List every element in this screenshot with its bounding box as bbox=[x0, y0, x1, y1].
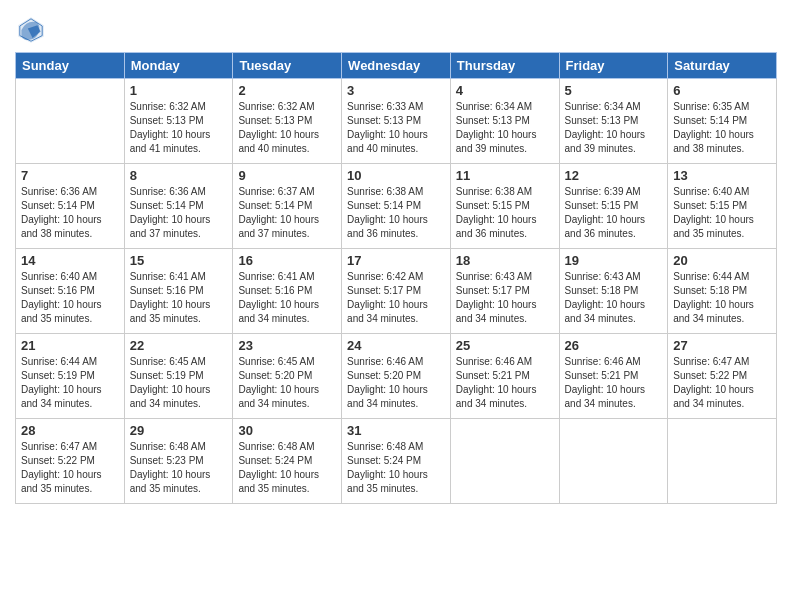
day-number: 7 bbox=[21, 168, 119, 183]
day-info: Sunrise: 6:44 AM Sunset: 5:18 PM Dayligh… bbox=[673, 270, 771, 326]
day-cell: 24Sunrise: 6:46 AM Sunset: 5:20 PM Dayli… bbox=[342, 334, 451, 419]
day-number: 19 bbox=[565, 253, 663, 268]
day-cell: 21Sunrise: 6:44 AM Sunset: 5:19 PM Dayli… bbox=[16, 334, 125, 419]
day-cell bbox=[450, 419, 559, 504]
day-cell: 13Sunrise: 6:40 AM Sunset: 5:15 PM Dayli… bbox=[668, 164, 777, 249]
header-area bbox=[15, 10, 777, 46]
header-cell-thursday: Thursday bbox=[450, 53, 559, 79]
day-number: 29 bbox=[130, 423, 228, 438]
day-info: Sunrise: 6:36 AM Sunset: 5:14 PM Dayligh… bbox=[130, 185, 228, 241]
day-info: Sunrise: 6:43 AM Sunset: 5:18 PM Dayligh… bbox=[565, 270, 663, 326]
day-info: Sunrise: 6:35 AM Sunset: 5:14 PM Dayligh… bbox=[673, 100, 771, 156]
day-info: Sunrise: 6:38 AM Sunset: 5:15 PM Dayligh… bbox=[456, 185, 554, 241]
day-number: 30 bbox=[238, 423, 336, 438]
logo bbox=[15, 14, 49, 46]
day-number: 20 bbox=[673, 253, 771, 268]
day-info: Sunrise: 6:46 AM Sunset: 5:21 PM Dayligh… bbox=[456, 355, 554, 411]
day-cell: 15Sunrise: 6:41 AM Sunset: 5:16 PM Dayli… bbox=[124, 249, 233, 334]
day-cell: 5Sunrise: 6:34 AM Sunset: 5:13 PM Daylig… bbox=[559, 79, 668, 164]
day-number: 22 bbox=[130, 338, 228, 353]
header-row: SundayMondayTuesdayWednesdayThursdayFrid… bbox=[16, 53, 777, 79]
day-number: 28 bbox=[21, 423, 119, 438]
day-info: Sunrise: 6:46 AM Sunset: 5:20 PM Dayligh… bbox=[347, 355, 445, 411]
day-cell: 4Sunrise: 6:34 AM Sunset: 5:13 PM Daylig… bbox=[450, 79, 559, 164]
day-number: 6 bbox=[673, 83, 771, 98]
day-number: 8 bbox=[130, 168, 228, 183]
day-cell: 16Sunrise: 6:41 AM Sunset: 5:16 PM Dayli… bbox=[233, 249, 342, 334]
header-cell-sunday: Sunday bbox=[16, 53, 125, 79]
day-cell: 25Sunrise: 6:46 AM Sunset: 5:21 PM Dayli… bbox=[450, 334, 559, 419]
day-number: 11 bbox=[456, 168, 554, 183]
day-info: Sunrise: 6:33 AM Sunset: 5:13 PM Dayligh… bbox=[347, 100, 445, 156]
week-row-2: 7Sunrise: 6:36 AM Sunset: 5:14 PM Daylig… bbox=[16, 164, 777, 249]
day-cell: 8Sunrise: 6:36 AM Sunset: 5:14 PM Daylig… bbox=[124, 164, 233, 249]
day-info: Sunrise: 6:43 AM Sunset: 5:17 PM Dayligh… bbox=[456, 270, 554, 326]
day-info: Sunrise: 6:32 AM Sunset: 5:13 PM Dayligh… bbox=[130, 100, 228, 156]
week-row-5: 28Sunrise: 6:47 AM Sunset: 5:22 PM Dayli… bbox=[16, 419, 777, 504]
day-cell: 11Sunrise: 6:38 AM Sunset: 5:15 PM Dayli… bbox=[450, 164, 559, 249]
day-number: 1 bbox=[130, 83, 228, 98]
day-info: Sunrise: 6:42 AM Sunset: 5:17 PM Dayligh… bbox=[347, 270, 445, 326]
day-cell: 3Sunrise: 6:33 AM Sunset: 5:13 PM Daylig… bbox=[342, 79, 451, 164]
day-info: Sunrise: 6:41 AM Sunset: 5:16 PM Dayligh… bbox=[130, 270, 228, 326]
header-cell-friday: Friday bbox=[559, 53, 668, 79]
day-cell: 31Sunrise: 6:48 AM Sunset: 5:24 PM Dayli… bbox=[342, 419, 451, 504]
day-info: Sunrise: 6:37 AM Sunset: 5:14 PM Dayligh… bbox=[238, 185, 336, 241]
day-info: Sunrise: 6:47 AM Sunset: 5:22 PM Dayligh… bbox=[21, 440, 119, 496]
day-number: 26 bbox=[565, 338, 663, 353]
page: SundayMondayTuesdayWednesdayThursdayFrid… bbox=[0, 0, 792, 612]
day-cell: 26Sunrise: 6:46 AM Sunset: 5:21 PM Dayli… bbox=[559, 334, 668, 419]
day-cell: 2Sunrise: 6:32 AM Sunset: 5:13 PM Daylig… bbox=[233, 79, 342, 164]
day-number: 12 bbox=[565, 168, 663, 183]
day-cell: 14Sunrise: 6:40 AM Sunset: 5:16 PM Dayli… bbox=[16, 249, 125, 334]
day-info: Sunrise: 6:41 AM Sunset: 5:16 PM Dayligh… bbox=[238, 270, 336, 326]
day-info: Sunrise: 6:40 AM Sunset: 5:16 PM Dayligh… bbox=[21, 270, 119, 326]
day-cell: 19Sunrise: 6:43 AM Sunset: 5:18 PM Dayli… bbox=[559, 249, 668, 334]
day-cell: 6Sunrise: 6:35 AM Sunset: 5:14 PM Daylig… bbox=[668, 79, 777, 164]
week-row-3: 14Sunrise: 6:40 AM Sunset: 5:16 PM Dayli… bbox=[16, 249, 777, 334]
day-cell: 12Sunrise: 6:39 AM Sunset: 5:15 PM Dayli… bbox=[559, 164, 668, 249]
day-number: 5 bbox=[565, 83, 663, 98]
day-info: Sunrise: 6:48 AM Sunset: 5:24 PM Dayligh… bbox=[347, 440, 445, 496]
calendar-table: SundayMondayTuesdayWednesdayThursdayFrid… bbox=[15, 52, 777, 504]
header-cell-monday: Monday bbox=[124, 53, 233, 79]
day-cell bbox=[16, 79, 125, 164]
day-info: Sunrise: 6:38 AM Sunset: 5:14 PM Dayligh… bbox=[347, 185, 445, 241]
logo-icon bbox=[15, 14, 47, 46]
day-number: 13 bbox=[673, 168, 771, 183]
day-cell: 7Sunrise: 6:36 AM Sunset: 5:14 PM Daylig… bbox=[16, 164, 125, 249]
day-info: Sunrise: 6:39 AM Sunset: 5:15 PM Dayligh… bbox=[565, 185, 663, 241]
week-row-4: 21Sunrise: 6:44 AM Sunset: 5:19 PM Dayli… bbox=[16, 334, 777, 419]
day-info: Sunrise: 6:47 AM Sunset: 5:22 PM Dayligh… bbox=[673, 355, 771, 411]
day-info: Sunrise: 6:34 AM Sunset: 5:13 PM Dayligh… bbox=[456, 100, 554, 156]
day-cell: 23Sunrise: 6:45 AM Sunset: 5:20 PM Dayli… bbox=[233, 334, 342, 419]
day-cell: 27Sunrise: 6:47 AM Sunset: 5:22 PM Dayli… bbox=[668, 334, 777, 419]
day-cell: 17Sunrise: 6:42 AM Sunset: 5:17 PM Dayli… bbox=[342, 249, 451, 334]
day-number: 10 bbox=[347, 168, 445, 183]
header-cell-saturday: Saturday bbox=[668, 53, 777, 79]
day-cell: 20Sunrise: 6:44 AM Sunset: 5:18 PM Dayli… bbox=[668, 249, 777, 334]
day-cell: 29Sunrise: 6:48 AM Sunset: 5:23 PM Dayli… bbox=[124, 419, 233, 504]
day-cell bbox=[559, 419, 668, 504]
header-cell-tuesday: Tuesday bbox=[233, 53, 342, 79]
day-info: Sunrise: 6:32 AM Sunset: 5:13 PM Dayligh… bbox=[238, 100, 336, 156]
day-number: 3 bbox=[347, 83, 445, 98]
day-number: 21 bbox=[21, 338, 119, 353]
day-number: 18 bbox=[456, 253, 554, 268]
day-cell: 10Sunrise: 6:38 AM Sunset: 5:14 PM Dayli… bbox=[342, 164, 451, 249]
week-row-1: 1Sunrise: 6:32 AM Sunset: 5:13 PM Daylig… bbox=[16, 79, 777, 164]
day-cell: 1Sunrise: 6:32 AM Sunset: 5:13 PM Daylig… bbox=[124, 79, 233, 164]
day-number: 14 bbox=[21, 253, 119, 268]
day-cell: 9Sunrise: 6:37 AM Sunset: 5:14 PM Daylig… bbox=[233, 164, 342, 249]
day-cell: 18Sunrise: 6:43 AM Sunset: 5:17 PM Dayli… bbox=[450, 249, 559, 334]
day-info: Sunrise: 6:48 AM Sunset: 5:24 PM Dayligh… bbox=[238, 440, 336, 496]
day-number: 25 bbox=[456, 338, 554, 353]
day-number: 24 bbox=[347, 338, 445, 353]
day-cell: 22Sunrise: 6:45 AM Sunset: 5:19 PM Dayli… bbox=[124, 334, 233, 419]
day-number: 17 bbox=[347, 253, 445, 268]
day-number: 16 bbox=[238, 253, 336, 268]
day-info: Sunrise: 6:46 AM Sunset: 5:21 PM Dayligh… bbox=[565, 355, 663, 411]
day-info: Sunrise: 6:44 AM Sunset: 5:19 PM Dayligh… bbox=[21, 355, 119, 411]
day-info: Sunrise: 6:40 AM Sunset: 5:15 PM Dayligh… bbox=[673, 185, 771, 241]
day-info: Sunrise: 6:36 AM Sunset: 5:14 PM Dayligh… bbox=[21, 185, 119, 241]
